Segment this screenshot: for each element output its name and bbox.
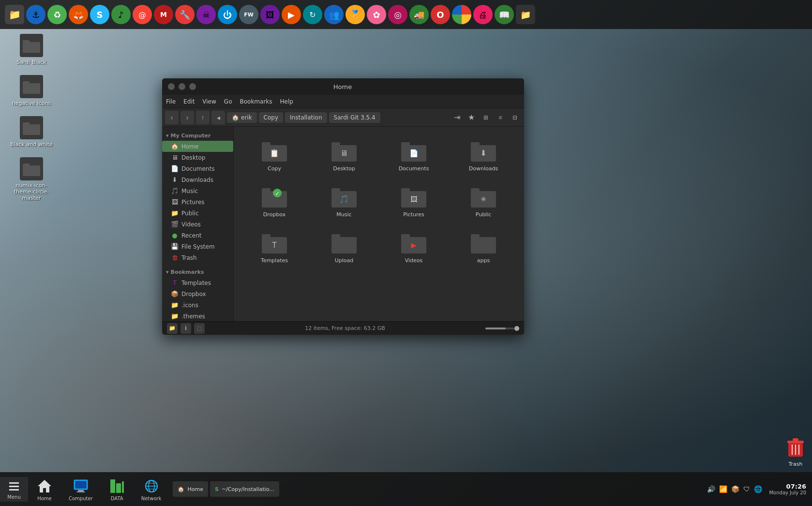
tray-icon-sound[interactable]: 🔊 <box>707 485 715 493</box>
top-icon-circle[interactable]: ◎ <box>388 5 407 24</box>
fm-toggle-sidebar-btn[interactable]: ⇥ <box>451 111 463 124</box>
sidebar-item-documents[interactable]: 📄 Documents <box>162 163 233 174</box>
sidebar-item-home[interactable]: 🏠 Home <box>162 141 233 152</box>
top-icon-email[interactable]: @ <box>133 5 152 24</box>
tray-icon-wifi[interactable]: 🌐 <box>754 485 762 493</box>
fm-folder-upload[interactable]: Upload <box>311 226 377 268</box>
fm-folder-pictures[interactable]: 🖼 Pictures <box>381 180 447 223</box>
menu-button[interactable]: Menu <box>0 477 28 502</box>
dock-icon-data[interactable]: DATA <box>101 475 134 504</box>
dock-icon-network[interactable]: Network <box>134 475 169 504</box>
sidebar-section-my-computer[interactable]: ▾ My Computer <box>162 131 233 141</box>
fm-folder-templates[interactable]: T Templates <box>241 226 307 268</box>
fm-menu-view[interactable]: View <box>202 98 216 105</box>
fm-statusbar-info-btn[interactable]: ℹ <box>180 323 191 334</box>
fm-breadcrumb-sardi-git[interactable]: Sardi Git 3.5.4 <box>329 112 380 123</box>
fm-folder-music[interactable]: 🎵 Music <box>311 180 377 223</box>
fm-folder-apps[interactable]: apps <box>451 226 516 268</box>
top-icon-timeshift[interactable]: ↻ <box>303 5 322 24</box>
fm-menu-bookmarks[interactable]: Bookmarks <box>240 98 272 105</box>
top-icon-flower[interactable]: ✿ <box>367 5 386 24</box>
sidebar-item-desktop[interactable]: 🖥 Desktop <box>162 152 233 163</box>
top-icon-spotify[interactable]: ♪ <box>111 5 131 24</box>
sidebar-item-videos[interactable]: 🎬 Videos <box>162 219 233 230</box>
fm-compact-view-btn[interactable]: ⊟ <box>509 111 521 124</box>
top-icon-fw[interactable]: FW <box>239 5 258 24</box>
fm-forward-btn[interactable]: › <box>180 111 194 124</box>
desktop-icon-trash[interactable]: Trash <box>784 436 807 467</box>
top-icon-image-viewer[interactable]: 🖼 <box>260 5 280 24</box>
fm-folder-dropbox[interactable]: ✓ Dropbox <box>241 180 307 223</box>
top-icon-skype[interactable]: S <box>90 5 109 24</box>
top-icon-tools[interactable]: 🔧 <box>175 5 195 24</box>
top-icon-folder-dark[interactable]: 📁 <box>516 5 535 24</box>
fm-folder-downloads[interactable]: ⬇ Downloads <box>451 134 516 177</box>
sidebar-section-bookmarks[interactable]: ▾ Bookmarks <box>162 267 233 277</box>
fm-menu-file[interactable]: File <box>166 98 176 105</box>
trash-desktop-label: Trash <box>788 461 802 467</box>
fm-list-view-btn[interactable]: ≡ <box>494 111 507 124</box>
fm-back-btn[interactable]: ‹ <box>165 111 179 124</box>
top-icon-heartbeat[interactable]: ♻ <box>47 5 67 24</box>
fm-breadcrumb-copy[interactable]: Copy <box>259 112 283 123</box>
top-icon-print[interactable]: 🖨 <box>473 5 493 24</box>
sidebar-item-music[interactable]: 🎵 Music <box>162 185 233 196</box>
fm-up-btn[interactable]: ↑ <box>196 111 210 124</box>
fm-menu-go[interactable]: Go <box>224 98 232 105</box>
fm-maximize-btn[interactable] <box>179 83 185 90</box>
fm-breadcrumb-installation[interactable]: Installation <box>285 112 327 123</box>
sidebar-item-public[interactable]: 📁 Public <box>162 208 233 219</box>
sidebar-item-recent[interactable]: ● Recent <box>162 230 233 241</box>
taskbar-item-copy[interactable]: S ~/Copy/Installatio... <box>210 481 279 497</box>
fm-bookmarks-btn[interactable]: ★ <box>465 111 478 124</box>
fm-folder-videos[interactable]: ▶ Videos <box>381 226 447 268</box>
tray-icon-dropbox[interactable]: 📦 <box>731 485 739 493</box>
fm-history-btn[interactable]: ◂ <box>211 111 225 124</box>
fm-folder-copy[interactable]: 📋 Copy <box>241 134 307 177</box>
fm-breadcrumb-erik[interactable]: 🏠 erik <box>227 112 257 123</box>
svg-marker-52 <box>38 480 51 492</box>
sidebar-item-pictures[interactable]: 🖼 Pictures <box>162 196 233 208</box>
top-icon-media-player[interactable]: ▶ <box>282 5 301 24</box>
top-icon-firefox[interactable]: 🦊 <box>69 5 88 24</box>
top-application-bar: 📁 ⚓ ♻ 🦊 S ♪ @ M 🔧 ☠ ⏻ FW 🖼 ▶ ↻ 👥 🏅 ✿ ◎ 🚚… <box>0 0 812 29</box>
dock-icon-computer[interactable]: Computer <box>61 475 101 504</box>
top-icon-truck[interactable]: 🚚 <box>409 5 429 24</box>
top-icon-opera[interactable]: O <box>431 5 450 24</box>
desktop-icon-black-white[interactable]: Black and white <box>10 116 53 148</box>
desktop-icon-numix[interactable]: numix-icon-theme-circle-master <box>10 157 53 201</box>
sidebar-item-downloads[interactable]: ⬇ Downloads <box>162 174 233 185</box>
fm-folder-documents[interactable]: 📄 Documents <box>381 134 447 177</box>
top-icon-power[interactable]: ⏻ <box>218 5 237 24</box>
fm-statusbar-terminal-btn[interactable]: ⬚ <box>194 323 205 334</box>
fm-statusbar-folder-btn[interactable]: 📁 <box>167 323 178 334</box>
top-icon-social[interactable]: 👥 <box>324 5 344 24</box>
tray-icon-network[interactable]: 📶 <box>719 485 727 493</box>
top-icon-cm[interactable]: M <box>154 5 173 24</box>
fm-breadcrumb-erik-label: erik <box>241 114 252 121</box>
fm-icon-view-btn[interactable]: ⊞ <box>480 111 492 124</box>
sidebar-item-bm-dropbox[interactable]: 📦 Dropbox <box>162 288 233 299</box>
sidebar-item-filesystem[interactable]: 💾 File System <box>162 241 233 252</box>
fm-menu-help[interactable]: Help <box>280 98 293 105</box>
fm-menu-edit[interactable]: Edit <box>183 98 195 105</box>
sidebar-item-trash[interactable]: 🗑 Trash <box>162 252 233 263</box>
fm-close-btn[interactable] <box>189 83 196 90</box>
top-icon-chrome[interactable] <box>452 5 471 24</box>
fm-folder-public[interactable]: ✳ Public <box>451 180 516 223</box>
sidebar-item-bm-templates[interactable]: T Templates <box>162 277 233 288</box>
top-icon-folder[interactable]: 📁 <box>5 5 24 24</box>
sidebar-item-bm-icons[interactable]: 📁 .icons <box>162 299 233 311</box>
desktop-icon-sardi-black[interactable]: Sardi Black <box>10 34 53 65</box>
tray-icon-shield[interactable]: 🛡 <box>743 485 750 493</box>
top-icon-medal[interactable]: 🏅 <box>346 5 365 24</box>
dock-icon-home[interactable]: Home <box>28 475 61 504</box>
sidebar-item-bm-themes[interactable]: 📁 .themes <box>162 311 233 321</box>
top-icon-book[interactable]: 📖 <box>495 5 514 24</box>
taskbar-item-home[interactable]: 🏠 Home <box>173 481 208 497</box>
fm-folder-desktop[interactable]: 🖥 Desktop <box>311 134 377 177</box>
fm-minimize-btn[interactable] <box>168 83 175 90</box>
desktop-icon-negative-icons[interactable]: negative Icons <box>10 75 53 106</box>
top-icon-anchor[interactable]: ⚓ <box>26 5 45 24</box>
top-icon-pirate[interactable]: ☠ <box>196 5 216 24</box>
